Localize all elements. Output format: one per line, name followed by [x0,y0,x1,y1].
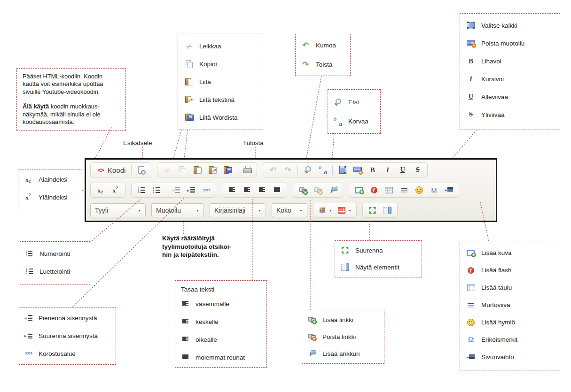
callout-item-label: Liitä tekstinä [199,96,235,103]
callout-item: ””Korostusalue [24,345,111,362]
image-button[interactable] [352,184,366,197]
omega-button[interactable]: Ω [427,184,441,197]
undo-button[interactable]: ↶ [266,164,280,177]
redo-button[interactable]: ↷ [281,164,295,177]
showblocks-button[interactable] [381,204,394,217]
callout-item: ▶Suurenna sisennystä [24,327,111,345]
link-button[interactable] [296,184,310,197]
pastetext-button[interactable] [205,164,219,177]
quote-button[interactable]: ”” [199,184,213,197]
outdent-button[interactable]: ◀ [169,184,183,197]
callout-item: Lisää hymiö [467,314,553,331]
pasteword-button[interactable]: W [220,164,234,177]
indent-icon: ▶ [187,186,196,194]
callout-item-label: Poista muotoilu [481,40,524,47]
smiley-button[interactable] [412,184,426,197]
bold-button[interactable]: B [366,164,379,177]
callout-item: ↷Toista [301,55,344,74]
underline-button[interactable]: U [396,164,409,177]
paste-button[interactable] [190,164,204,177]
callout-title: Tasaa teksti [181,284,261,295]
anchor-icon [329,186,337,194]
aligncenter-button[interactable] [240,184,254,197]
align-callout-list: vasemmallekeskelleoikeallemolemmat reuna… [181,295,261,366]
code-button[interactable]: <>Koodi [94,164,128,177]
omega-icon: Ω [430,186,438,194]
strike-icon: S [467,110,475,119]
callout-item: ↶Kumoa [301,36,344,55]
font-dropdown[interactable]: Kirjaisinlaji▼ [210,203,266,217]
sup-button[interactable]: x2 [109,184,122,197]
note-paragraph: Pääset HTML-koodiin. Koodin kautta voit … [23,73,120,96]
style-dropdown[interactable]: Tyyli▼ [90,203,146,217]
bgcolor-button[interactable]: ▼ [336,204,353,217]
find-button[interactable] [301,164,314,177]
indent-button[interactable]: ▶ [184,184,198,197]
alignleft-button[interactable] [225,184,239,197]
cut-button[interactable]: ✂ [160,164,174,177]
callout-item: keskelle [181,313,261,331]
clipboard-callout: ✂LeikkaaKopioiLiitäLiitä tekstinäWLiitä … [178,33,263,130]
callout-item-label: Poista linkki [322,333,356,340]
callout-item-label: Erikoismerkit [481,336,517,343]
callout-item-label: Kopioi [199,61,217,68]
chevron-down-icon: ▼ [138,209,141,212]
callout-item-label: Lisää linkki [322,316,353,323]
undo-icon: ↶ [301,41,310,50]
anchor-button[interactable] [326,184,340,197]
toolbar-group: ▼▼ [313,203,357,218]
indent-callout: ◀Pienennä sisennystä▶Suurenna sisennystä… [19,307,116,365]
toolbar-row: <>Koodi✂W↶↷baHTMLBIUS [90,162,492,177]
callout-item-label: Lisää hymiö [481,319,515,326]
hr-button[interactable] [397,184,411,197]
callout-item-label: Korostusalue [39,350,76,357]
sub-icon: x2 [96,186,105,194]
flash-icon: f [370,186,378,194]
quote-icon: ”” [202,186,211,194]
callout-item-label: Suurenna sisennystä [39,332,98,339]
italic-button[interactable]: I [381,164,394,177]
callout-item: ◀Pienennä sisennystä [24,309,111,327]
format-dropdown[interactable]: Muotoilu▼ [151,203,204,217]
colors-button[interactable]: ▼ [316,204,334,217]
callout-item: 123Numerointi [25,245,85,262]
replace-button[interactable]: ba [316,164,329,177]
bullist-button[interactable] [149,184,163,197]
callout-item-label: vasemmalle [196,300,229,307]
callout-item-label: Leikkaa [199,43,221,50]
copy-button[interactable] [175,164,189,177]
unlink-button[interactable] [311,184,325,197]
callout-item-label: Suurenna [355,247,383,254]
link-icon [308,315,316,324]
pagebreak-icon: ▶ [445,186,454,194]
callout-item-label: Murtoviiva [481,301,510,308]
flash-button[interactable]: f [367,184,381,197]
print-icon [243,166,251,174]
removeformat-icon: HTML [353,166,362,174]
alignright-button[interactable] [255,184,269,197]
pagebreak-button[interactable]: ▶ [442,184,456,197]
callout-item-label: Pienennä sisennystä [39,315,97,322]
callout-item: vasemmalle [181,295,261,313]
callout-item: UAlleviivaa [467,88,553,106]
alignjustify-button[interactable] [270,184,284,197]
callout-item: BLihavoi [467,52,553,70]
toolbar-group: 123◀▶”” [131,183,216,198]
callout-item: x2Yläindeksi [24,188,76,206]
callout-item-label: Sivunvaihto [481,354,514,361]
numlist-button[interactable]: 123 [134,184,148,197]
strike-button[interactable]: S [411,164,424,177]
removeformat-button[interactable]: HTML [351,164,364,177]
size-dropdown[interactable]: Koko▼ [272,203,307,217]
table-icon [467,284,475,292]
table-button[interactable] [382,184,396,197]
preview-button[interactable] [134,164,148,177]
callout-item-label: Yläindeksi [39,194,68,201]
table-icon [385,186,393,194]
sub-button[interactable]: x2 [94,184,107,197]
print-button[interactable] [240,164,254,177]
note-paragraph: Älä käytä koodin muokkaus- näkymää, mikä… [23,103,120,126]
maximize-button[interactable]: ◤◥◣◢ [366,204,379,217]
link-icon [299,186,307,194]
selectall-button[interactable] [336,164,349,177]
